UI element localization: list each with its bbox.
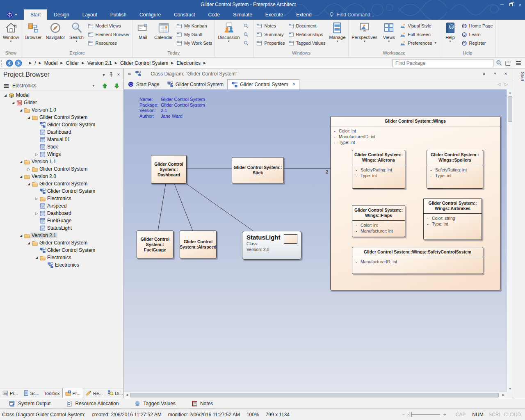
scroll-up-icon[interactable]: ▲	[507, 89, 513, 96]
panel-menu-icon[interactable]: ▼	[99, 73, 108, 77]
tree-expand-icon[interactable]: ▷	[34, 197, 39, 201]
document-tab[interactable]: Glider Control System×	[227, 79, 299, 89]
ribbon-item-properties[interactable]: Properties	[256, 39, 285, 47]
hamburger-menu-icon[interactable]	[3, 83, 9, 89]
left-tab-pr[interactable]: Pr...	[62, 388, 84, 398]
ribbon-item-search[interactable]	[243, 22, 251, 30]
forward-button[interactable]	[15, 59, 22, 67]
ribbon-tab-configure[interactable]: Configure	[133, 9, 167, 20]
close-diagram-icon[interactable]: ×	[500, 71, 511, 77]
ribbon-button-help[interactable]: Help▼	[441, 21, 460, 50]
tree-item[interactable]: ▷Electronics	[0, 195, 123, 202]
ribbon-item-visual-style[interactable]: Visual Style	[400, 22, 437, 30]
breadcrumb-item[interactable]: Electronics	[176, 60, 201, 66]
ribbon-button-search[interactable]: Search▼	[67, 21, 86, 50]
tree-collapse-icon[interactable]: ◢	[26, 116, 32, 119]
tree-item[interactable]: ◢Version 2.1	[0, 232, 123, 239]
tree-collapse-icon[interactable]: ◢	[34, 256, 39, 260]
left-tab-sc[interactable]: Sc...	[21, 388, 42, 398]
breadcrumb-item[interactable]: Glider	[66, 60, 79, 66]
tree-collapse-icon[interactable]: ◢	[18, 108, 24, 112]
tree-item[interactable]: ▷Glider Control System	[0, 165, 123, 173]
ribbon-item-search[interactable]	[243, 31, 251, 38]
ribbon-button-calendar[interactable]: Calendar	[152, 21, 175, 50]
class-stick[interactable]: Glider Control System::Stick	[232, 157, 284, 183]
tree-item[interactable]: Glider Control System	[0, 247, 123, 254]
tree-collapse-icon[interactable]: ◢	[26, 182, 32, 186]
dock-tab-tagged-values[interactable]: Tagged Values	[133, 399, 176, 408]
minimize-button[interactable]	[498, 1, 506, 8]
tree-item[interactable]: ◢Version 1.1	[0, 158, 123, 165]
left-tab-pr[interactable]: Pr...	[0, 388, 21, 398]
ribbon-button-window[interactable]: Window▼	[1, 21, 21, 50]
ribbon-button-navigator[interactable]: Navigator	[43, 21, 67, 50]
tree-expand-icon[interactable]: ▷	[34, 153, 39, 156]
ribbon-tab-code[interactable]: Code	[201, 9, 226, 20]
zoom-slider[interactable]	[408, 414, 440, 415]
class-statuslight[interactable]: StatusLight Class Version: 2.0	[242, 231, 301, 260]
tree-expand-icon[interactable]: ▷	[34, 212, 39, 215]
zoom-slider-thumb[interactable]	[409, 412, 412, 417]
horizontal-scrollbar[interactable]: ◀ ▶	[124, 392, 507, 398]
tree-item[interactable]: Airspeed	[0, 202, 123, 210]
collapse-up-icon[interactable]: «	[482, 68, 487, 79]
breadcrumb-item[interactable]: Glider Control System	[120, 60, 168, 66]
restore-button[interactable]	[507, 1, 515, 8]
tree-item[interactable]: ◢Version 1.0	[0, 106, 123, 114]
left-tab-di[interactable]: Di...	[105, 388, 126, 398]
ribbon-tab-design[interactable]: Design	[47, 9, 75, 20]
left-tab-toolbox[interactable]: Toolbox	[42, 388, 62, 398]
class-spoilers[interactable]: Glider Control System::Wings::Spoilers-S…	[427, 150, 483, 189]
ribbon-item-my-gantt[interactable]: My Gantt	[176, 31, 212, 38]
ribbon-tab-start[interactable]: Start	[24, 9, 47, 20]
ribbon-item-my-kanban[interactable]: My Kanban	[176, 22, 212, 30]
tree-collapse-icon[interactable]: ◢	[2, 94, 8, 97]
tree-item[interactable]: ▷Wings	[0, 151, 123, 158]
tab-scroll-right-icon[interactable]: ▷	[504, 82, 508, 87]
dock-tab-notes[interactable]: Notes	[190, 399, 214, 408]
tree-item[interactable]: ◢Electronics	[0, 254, 123, 261]
class-fuelguage[interactable]: Glider ControlSystem::FuelGuage	[137, 231, 173, 258]
window-menu-icon[interactable]: ▼	[490, 72, 500, 75]
dock-tab-resource-allocation[interactable]: Resource Allocation	[65, 399, 119, 408]
breadcrumb-item[interactable]: Model	[44, 60, 58, 66]
zoom-in-button[interactable]: +	[443, 412, 446, 418]
ribbon-item-summary[interactable]: Summary	[256, 31, 285, 38]
pin-icon[interactable]	[108, 72, 114, 78]
ribbon-button-discussion[interactable]: Discussion▼	[216, 21, 242, 50]
ribbon-item-model-views[interactable]: Model Views	[88, 22, 130, 30]
dock-tab-system-output[interactable]: System Output	[8, 399, 51, 408]
ribbon-button-manage[interactable]: Manage▼	[327, 21, 348, 50]
ribbon-button-views[interactable]: Views▼	[379, 21, 398, 50]
tree-item[interactable]: Glider Control System	[0, 121, 123, 128]
class-flaps[interactable]: Glider Control System::Wings::Flaps-Colo…	[352, 205, 405, 237]
side-tab-start[interactable]: Start	[513, 72, 525, 81]
tree-expand-icon[interactable]: ▷	[26, 167, 32, 171]
zoom-out-button[interactable]: −	[402, 412, 405, 418]
diagram-canvas[interactable]: Name:Glider Control SystemPackage:Glider…	[124, 89, 507, 392]
close-button[interactable]: ×	[516, 1, 524, 8]
move-up-icon[interactable]	[102, 83, 108, 89]
breadcrumb-item[interactable]: Version 2.1	[87, 60, 112, 66]
close-panel-icon[interactable]: ×	[114, 72, 123, 78]
vertical-scroll-thumb[interactable]	[508, 96, 512, 122]
ribbon-item-relationships[interactable]: Relationships	[288, 31, 326, 38]
tree-item[interactable]: Glider Control System	[0, 187, 123, 195]
ribbon-item-document[interactable]: Document	[288, 22, 326, 30]
tab-scroll-left-icon[interactable]: ◁	[498, 82, 501, 87]
tree-item[interactable]: ◢Glider	[0, 99, 123, 106]
class-ailerons[interactable]: Glider Control System::Wings::Ailerons-S…	[352, 150, 405, 189]
app-menu-button[interactable]: ▼	[0, 9, 24, 20]
move-down-icon[interactable]	[114, 83, 120, 89]
ribbon-item-search[interactable]	[243, 39, 251, 47]
document-tab[interactable]: Start Page	[124, 79, 163, 89]
tree-collapse-icon[interactable]: ◢	[18, 175, 24, 178]
search-icon[interactable]	[496, 60, 502, 66]
find-command[interactable]: Find Command...	[329, 9, 374, 20]
tree-collapse-icon[interactable]: ◢	[18, 234, 24, 237]
back-button[interactable]	[6, 59, 13, 67]
expand-toolbar-icon[interactable]: »	[128, 71, 131, 77]
scroll-down-icon[interactable]: ▼	[507, 386, 513, 392]
class-dashboard[interactable]: Glider ControlSystem::Dashboard	[151, 155, 187, 184]
tree-item[interactable]: ◢Glider Control System	[0, 239, 123, 247]
